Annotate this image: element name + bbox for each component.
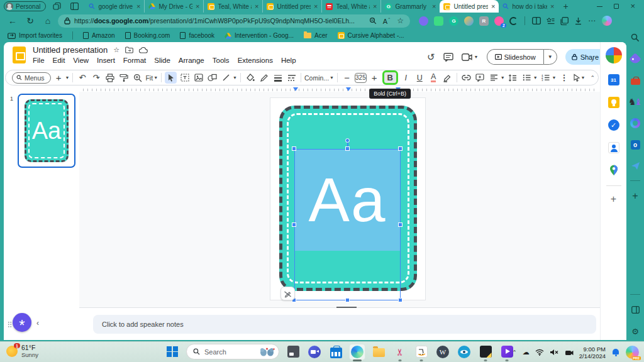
tab-my-drive[interactable]: My Drive - Go × — [144, 0, 203, 13]
menu-view[interactable]: View — [73, 57, 89, 64]
border-color-button[interactable] — [258, 72, 270, 84]
sidebar-search-icon[interactable] — [629, 31, 641, 44]
border-weight-button[interactable] — [272, 72, 284, 84]
tasks-panel-icon[interactable]: ✓ — [608, 119, 620, 131]
add-slide-dropdown-icon[interactable]: ▼ — [65, 75, 70, 80]
sidebar-shopping-icon[interactable] — [629, 53, 641, 65]
line-dropdown-icon[interactable]: ▼ — [233, 75, 237, 80]
tab-close-icon[interactable]: × — [491, 3, 495, 10]
border-dash-button[interactable] — [286, 72, 297, 84]
text-box-selection-frame[interactable] — [294, 149, 401, 300]
notes-expand-chevron-icon[interactable]: › — [591, 55, 594, 331]
calendar-panel-icon[interactable]: 31 — [608, 74, 620, 86]
tab-close-icon[interactable]: × — [314, 3, 318, 10]
tab-close-icon[interactable]: × — [136, 3, 140, 10]
wordpress-button[interactable]: W — [435, 344, 450, 359]
minimize-button[interactable] — [597, 6, 602, 7]
resize-handle-e[interactable] — [398, 222, 402, 227]
document-title[interactable]: Untitled presentation — [33, 45, 108, 55]
tab-google-drive-search[interactable]: google drive - × — [85, 0, 144, 13]
sidebar-panel-icon[interactable] — [629, 304, 641, 316]
collapse-grammarly-icon[interactable]: ‹ — [36, 319, 39, 327]
notification-bell-icon[interactable] — [611, 348, 620, 357]
microsoft-store-button[interactable] — [328, 344, 343, 359]
sidebar-games-icon[interactable]: ♞♝ — [629, 96, 641, 108]
sidebar-m365-icon[interactable] — [629, 117, 641, 129]
highlight-color-button[interactable] — [441, 72, 453, 84]
menu-help[interactable]: Help — [281, 57, 296, 64]
favorite-star-icon[interactable]: ☆ — [397, 16, 404, 25]
insert-image-button[interactable] — [192, 72, 204, 84]
zoom-level-select[interactable]: Fit — [145, 74, 153, 82]
print-button[interactable] — [104, 72, 116, 84]
menu-tools[interactable]: Tools — [213, 57, 230, 64]
underline-button[interactable]: U — [414, 72, 426, 84]
copilot-taskbar-icon[interactable]: PRE — [626, 346, 639, 359]
extensions-menu-icon[interactable] — [509, 17, 518, 25]
menu-extensions[interactable]: Extensions — [238, 57, 273, 64]
maximize-button[interactable] — [614, 4, 619, 9]
workspaces-icon[interactable] — [50, 1, 64, 11]
account-avatar[interactable] — [606, 47, 622, 63]
bullets-dropdown-icon[interactable]: ▼ — [533, 75, 538, 80]
contacts-panel-icon[interactable] — [608, 141, 620, 154]
slide-canvas[interactable]: Aa — [79, 92, 600, 308]
settings-extension-icon[interactable] — [419, 16, 428, 26]
weather-widget[interactable]: 1 61°F Sunny — [6, 344, 38, 359]
slide-thumbnail-selected[interactable]: Aa — [18, 94, 75, 168]
taskbar-clock[interactable]: 9:00 PM 2/14/2024 — [579, 346, 606, 359]
sidebar-settings-gear-icon[interactable]: ⚙ — [629, 325, 641, 337]
volume-mute-icon[interactable] — [550, 349, 559, 356]
drag-grip-icon[interactable] — [8, 321, 12, 328]
decrease-font-size-button[interactable]: − — [341, 72, 353, 84]
paint-format-button[interactable] — [118, 72, 130, 84]
fill-color-button[interactable] — [244, 72, 256, 84]
vertical-tabs-icon[interactable] — [67, 1, 81, 11]
tab-teal-white-slides[interactable]: Teal, White an × — [203, 0, 262, 13]
dark-notes-app-button[interactable] — [478, 344, 493, 359]
menu-edit[interactable]: Edit — [53, 57, 65, 64]
new-tab-button[interactable]: + — [563, 1, 568, 11]
align-dropdown-icon[interactable]: ▼ — [501, 75, 505, 80]
tab-close-icon[interactable]: × — [255, 3, 258, 10]
snipping-tool-button[interactable]: ✂ — [392, 344, 408, 359]
resize-handle-s[interactable] — [345, 298, 350, 302]
onedrive-cloud-icon[interactable]: ☁ — [523, 348, 530, 356]
bookmark-booking[interactable]: Booking.com — [125, 32, 170, 39]
font-family-select[interactable]: Comin... — [304, 74, 329, 82]
resize-handle-nw[interactable] — [292, 146, 296, 151]
font-dropdown-icon[interactable]: ▼ — [330, 75, 334, 80]
task-view-button[interactable] — [286, 344, 301, 359]
bookmark-acer-folder[interactable]: Acer — [304, 32, 328, 39]
shopping-extension-icon[interactable]: 2 — [494, 16, 504, 26]
add-slide-button[interactable]: + — [53, 72, 65, 84]
bold-button-highlighted[interactable]: B Bold (Ctrl+B) — [382, 70, 398, 85]
sidebar-tools-icon[interactable] — [629, 74, 641, 87]
address-bar[interactable]: https://docs.google.com/presentation/d/1… — [58, 14, 410, 28]
move-folder-icon[interactable] — [125, 47, 133, 53]
indent-marker-left[interactable] — [293, 87, 298, 91]
numbered-list-button[interactable]: 123 — [540, 72, 552, 84]
wifi-icon[interactable] — [535, 349, 544, 356]
camera-device-icon[interactable] — [565, 349, 574, 356]
bulleted-list-button[interactable] — [521, 72, 533, 84]
refresh-icon[interactable]: ↻ — [23, 16, 38, 26]
tab-close-icon[interactable]: × — [432, 3, 436, 10]
resize-handle-n[interactable] — [345, 146, 350, 151]
menu-arrange[interactable]: Arrange — [179, 57, 204, 64]
profile-button[interactable]: Personal — [4, 1, 46, 11]
home-icon[interactable]: ⌂ — [40, 16, 55, 26]
slide-page[interactable]: Aa — [270, 98, 425, 300]
insert-link-button[interactable] — [460, 72, 472, 84]
bookmark-intervention[interactable]: Intervention - Goog... — [225, 32, 294, 39]
tab-grammarly[interactable]: G Grammarly × — [380, 0, 440, 13]
edge-taskbar-button[interactable] — [350, 344, 365, 359]
copilot-icon[interactable] — [602, 16, 612, 26]
resize-handle-se[interactable] — [398, 298, 402, 302]
increase-font-size-button[interactable]: + — [369, 72, 380, 84]
keep-panel-icon[interactable] — [608, 96, 620, 109]
reading-extension-icon[interactable]: R — [479, 16, 489, 26]
read-aloud-icon[interactable]: A⌃ — [383, 17, 391, 25]
more-options-button[interactable]: ⋮ — [558, 72, 570, 84]
speaker-notes-input[interactable]: Click to add speaker notes — [93, 315, 596, 334]
